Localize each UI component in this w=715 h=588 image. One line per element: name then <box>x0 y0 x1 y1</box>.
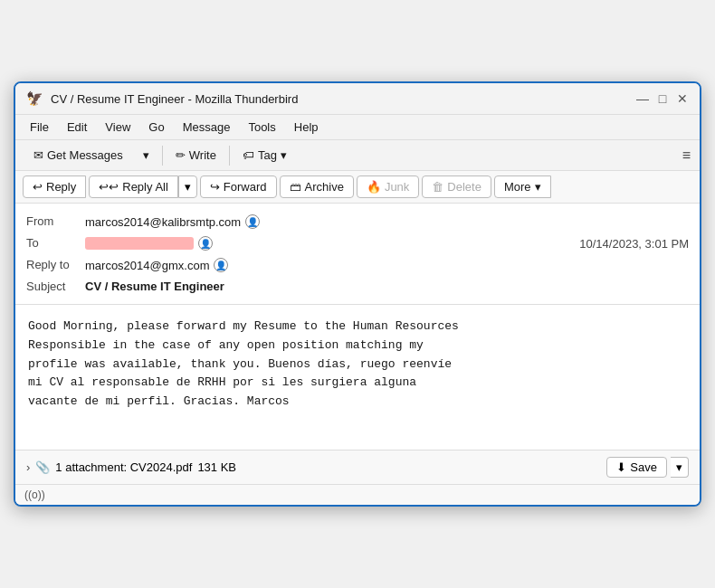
toolbar-separator-2 <box>229 146 230 166</box>
menu-view[interactable]: View <box>98 118 138 137</box>
archive-icon: 🗃 <box>290 180 301 194</box>
subject-row: Subject CV / Resume IT Engineer <box>26 276 689 297</box>
menu-edit[interactable]: Edit <box>60 118 94 137</box>
from-contact-icon[interactable]: 👤 <box>245 214 260 229</box>
write-label: Write <box>189 148 216 162</box>
menu-help[interactable]: Help <box>287 118 326 137</box>
expand-chevron-icon: › <box>26 460 30 474</box>
reply-all-dropdown-icon: ▾ <box>185 180 191 194</box>
to-email-blurred <box>85 237 194 250</box>
get-messages-label: Get Messages <box>47 148 123 162</box>
get-messages-icon: ✉ <box>33 148 43 162</box>
from-value: marcos2014@kalibrsmtp.com 👤 <box>85 214 689 229</box>
write-icon: ✏ <box>176 148 186 162</box>
reply-to-label: Reply to <box>26 258 85 271</box>
delete-button[interactable]: 🗑 Delete <box>422 175 491 198</box>
forward-icon: ↪ <box>210 180 220 194</box>
app-window: 🦅 CV / Resume IT Engineer - Mozilla Thun… <box>14 81 701 507</box>
reply-group: ↩ Reply <box>23 175 86 198</box>
title-bar-left: 🦅 CV / Resume IT Engineer - Mozilla Thun… <box>26 90 298 107</box>
to-value: 👤 10/14/2023, 3:01 PM <box>85 236 689 251</box>
reply-to-contact-icon[interactable]: 👤 <box>214 258 228 272</box>
forward-label: Forward <box>224 180 267 194</box>
junk-button[interactable]: 🔥 Junk <box>357 175 419 198</box>
menu-bar: File Edit View Go Message Tools Help <box>15 115 700 140</box>
menu-message[interactable]: Message <box>176 118 238 137</box>
junk-icon: 🔥 <box>367 180 381 194</box>
email-headers: From marcos2014@kalibrsmtp.com 👤 To 👤 10… <box>15 204 700 305</box>
to-contact-icon[interactable]: 👤 <box>198 236 213 251</box>
toolbar-separator <box>162 146 163 166</box>
save-dropdown-button[interactable]: ▾ <box>671 457 689 478</box>
subject-label: Subject <box>26 280 85 293</box>
app-icon: 🦅 <box>26 90 43 107</box>
reply-all-dropdown[interactable]: ▾ <box>178 175 197 198</box>
tag-icon: 🏷 <box>243 148 254 162</box>
action-bar: ↩ Reply ↩↩ Reply All ▾ ↪ Forward 🗃 Archi… <box>15 171 700 204</box>
email-body-text: Good Morning, please forward my Resume t… <box>28 318 687 412</box>
more-group: More ▾ <box>494 175 551 198</box>
window-title: CV / Resume IT Engineer - Mozilla Thunde… <box>51 92 298 106</box>
attachment-expand-button[interactable]: › <box>26 460 30 474</box>
save-button[interactable]: ⬇ Save <box>606 457 667 478</box>
archive-button[interactable]: 🗃 Archive <box>280 175 354 198</box>
subject-value: CV / Resume IT Engineer <box>85 280 689 293</box>
attachment-left: › 📎 1 attachment: CV2024.pdf 131 KB <box>26 460 236 474</box>
email-body: Good Morning, please forward my Resume t… <box>15 305 700 450</box>
get-messages-dropdown[interactable]: ▾ <box>134 145 158 166</box>
reply-all-icon: ↩↩ <box>99 180 119 194</box>
reply-all-button[interactable]: ↩↩ Reply All <box>89 175 178 198</box>
maximize-button[interactable]: □ <box>656 92 669 105</box>
forward-button[interactable]: ↪ Forward <box>200 175 277 198</box>
delete-label: Delete <box>447 180 481 194</box>
reply-to-email: marcos2014@gmx.com <box>85 259 209 272</box>
wifi-icon: ((o)) <box>24 488 45 501</box>
reply-to-value: marcos2014@gmx.com 👤 <box>85 258 689 272</box>
tag-button[interactable]: 🏷 Tag ▾ <box>234 145 296 166</box>
from-row: From marcos2014@kalibrsmtp.com 👤 <box>26 211 689 232</box>
tag-dropdown-icon: ▾ <box>281 148 287 162</box>
menu-file[interactable]: File <box>23 118 56 137</box>
get-messages-button[interactable]: ✉ Get Messages <box>24 145 132 166</box>
reply-label: Reply <box>46 180 76 194</box>
attachment-text: 1 attachment: CV2024.pdf <box>55 460 192 474</box>
email-date: 10/14/2023, 3:01 PM <box>579 237 689 251</box>
paperclip-icon: 📎 <box>35 460 50 474</box>
tag-label: Tag <box>258 148 277 162</box>
hamburger-menu[interactable]: ≡ <box>682 147 691 164</box>
dropdown-arrow-icon: ▾ <box>143 148 149 162</box>
more-button[interactable]: More ▾ <box>494 175 551 198</box>
attachment-size: 131 KB <box>197 460 236 474</box>
attachment-bar: › 📎 1 attachment: CV2024.pdf 131 KB ⬇ Sa… <box>15 450 700 484</box>
save-down-icon: ⬇ <box>616 460 626 474</box>
more-label: More <box>504 180 531 194</box>
write-button[interactable]: ✏ Write <box>167 145 225 166</box>
from-email: marcos2014@kalibrsmtp.com <box>85 215 241 229</box>
toolbar-left: ✉ Get Messages ▾ ✏ Write 🏷 Tag ▾ <box>24 145 296 166</box>
save-dropdown-icon: ▾ <box>676 460 682 474</box>
menu-go[interactable]: Go <box>141 118 171 137</box>
delete-icon: 🗑 <box>432 180 443 194</box>
reply-all-group: ↩↩ Reply All ▾ <box>89 175 197 198</box>
title-bar: 🦅 CV / Resume IT Engineer - Mozilla Thun… <box>15 83 700 115</box>
reply-to-row: Reply to marcos2014@gmx.com 👤 <box>26 254 689 276</box>
menu-tools[interactable]: Tools <box>241 118 282 137</box>
reply-all-label: Reply All <box>122 180 168 194</box>
to-label: To <box>26 236 85 250</box>
reply-icon: ↩ <box>33 180 43 194</box>
close-button[interactable]: ✕ <box>676 92 689 105</box>
more-dropdown-icon: ▾ <box>535 180 541 194</box>
archive-label: Archive <box>305 180 344 194</box>
reply-button[interactable]: ↩ Reply <box>23 175 86 198</box>
status-bar: ((o)) <box>15 484 700 505</box>
attachment-right: ⬇ Save ▾ <box>606 457 689 478</box>
minimize-button[interactable]: — <box>636 92 649 105</box>
title-bar-controls: — □ ✕ <box>636 92 689 105</box>
toolbar: ✉ Get Messages ▾ ✏ Write 🏷 Tag ▾ ≡ <box>15 140 700 171</box>
save-label: Save <box>630 460 657 474</box>
junk-label: Junk <box>385 180 409 194</box>
from-label: From <box>26 214 85 228</box>
to-row: To 👤 10/14/2023, 3:01 PM <box>26 232 689 254</box>
